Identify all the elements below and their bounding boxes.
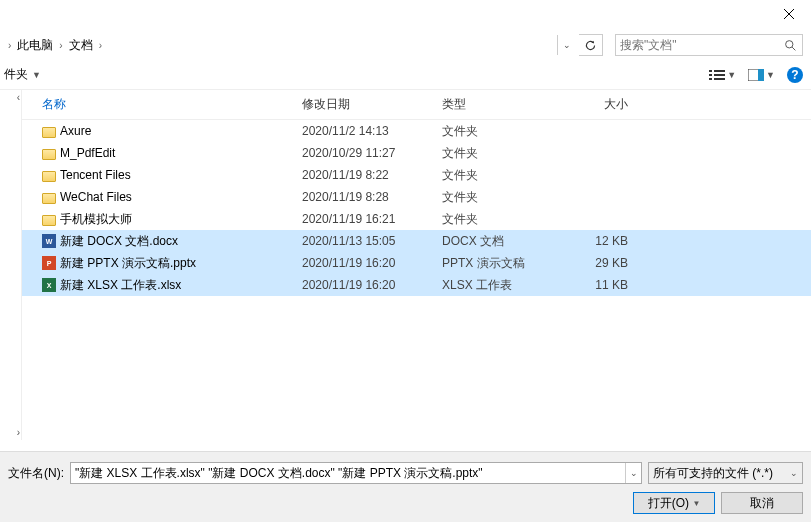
address-dropdown[interactable]: ⌄ xyxy=(557,35,575,55)
address-bar-row: › 此电脑 › 文档 › ⌄ xyxy=(0,30,811,60)
table-row[interactable]: Axure2020/11/2 14:13文件夹 xyxy=(22,120,811,142)
file-size: 29 KB xyxy=(572,256,632,270)
help-button[interactable]: ? xyxy=(787,67,803,83)
table-row[interactable]: WeChat Files2020/11/19 8:28文件夹 xyxy=(22,186,811,208)
preview-pane-button[interactable]: ▼ xyxy=(748,69,775,81)
table-row[interactable]: M_PdfEdit2020/10/29 11:27文件夹 xyxy=(22,142,811,164)
bottom-panel: 文件名(N): ⌄ 所有可支持的文件 (*.*) ⌄ 打开(O) ▼ 取消 xyxy=(0,451,811,522)
svg-rect-6 xyxy=(714,78,725,80)
nav-pane-stub: ‹ › xyxy=(0,90,22,440)
view-details-button[interactable]: ▼ xyxy=(709,69,736,81)
file-name: WeChat Files xyxy=(60,190,132,204)
file-type: XLSX 工作表 xyxy=(442,277,572,294)
header-name[interactable]: 名称 xyxy=(42,96,302,113)
preview-pane-icon xyxy=(748,69,764,81)
search-icon xyxy=(784,39,797,52)
file-type: DOCX 文档 xyxy=(442,233,572,250)
cancel-button[interactable]: 取消 xyxy=(721,492,803,514)
file-list: 名称 修改日期 类型 大小 Axure2020/11/2 14:13文件夹M_P… xyxy=(22,90,811,440)
table-row[interactable]: Tencent Files2020/11/19 8:22文件夹 xyxy=(22,164,811,186)
folder-icon xyxy=(42,190,56,204)
breadcrumb-docs[interactable]: 文档 xyxy=(67,37,95,54)
xlsx-icon: X xyxy=(42,278,56,292)
column-headers: 名称 修改日期 类型 大小 xyxy=(22,90,811,120)
header-date[interactable]: 修改日期 xyxy=(302,96,442,113)
folder-icon xyxy=(42,146,56,160)
nav-scroll-right[interactable]: › xyxy=(17,427,20,438)
refresh-button[interactable] xyxy=(579,34,603,56)
filter-label: 所有可支持的文件 (*.*) xyxy=(653,465,773,482)
refresh-icon xyxy=(584,39,597,52)
file-type: 文件夹 xyxy=(442,211,572,228)
svg-rect-3 xyxy=(709,74,712,76)
file-date: 2020/11/2 14:13 xyxy=(302,124,442,138)
title-bar xyxy=(0,0,811,30)
filename-dropdown[interactable]: ⌄ xyxy=(625,463,641,483)
new-folder-label[interactable]: 件夹 xyxy=(4,66,28,83)
table-row[interactable]: P新建 PPTX 演示文稿.pptx2020/11/19 16:20PPTX 演… xyxy=(22,252,811,274)
svg-rect-8 xyxy=(758,69,764,81)
table-row[interactable]: X新建 XLSX 工作表.xlsx2020/11/19 16:20XLSX 工作… xyxy=(22,274,811,296)
chevron-down-icon: ⌄ xyxy=(790,468,798,478)
file-type-filter[interactable]: 所有可支持的文件 (*.*) ⌄ xyxy=(648,462,803,484)
search-button[interactable] xyxy=(778,39,802,52)
file-type: 文件夹 xyxy=(442,189,572,206)
breadcrumb-pc[interactable]: 此电脑 xyxy=(15,37,55,54)
chevron-right-icon: › xyxy=(99,40,102,51)
file-date: 2020/11/19 16:21 xyxy=(302,212,442,226)
folder-icon xyxy=(42,124,56,138)
nav-scroll-left[interactable]: ‹ xyxy=(17,92,20,103)
filename-label: 文件名(N): xyxy=(8,465,64,482)
file-name: Tencent Files xyxy=(60,168,131,182)
file-name: 新建 PPTX 演示文稿.pptx xyxy=(60,255,196,272)
table-row[interactable]: 手机模拟大师2020/11/19 16:21文件夹 xyxy=(22,208,811,230)
file-date: 2020/11/19 16:20 xyxy=(302,256,442,270)
file-date: 2020/11/19 8:28 xyxy=(302,190,442,204)
open-button[interactable]: 打开(O) ▼ xyxy=(633,492,715,514)
svg-rect-2 xyxy=(714,70,725,72)
search-box[interactable] xyxy=(615,34,803,56)
file-type: 文件夹 xyxy=(442,123,572,140)
chevron-right-icon: › xyxy=(59,40,62,51)
file-name: M_PdfEdit xyxy=(60,146,115,160)
filename-input[interactable] xyxy=(71,466,625,480)
file-date: 2020/11/19 8:22 xyxy=(302,168,442,182)
chevron-right-icon: › xyxy=(8,40,11,51)
view-details-icon xyxy=(709,69,725,81)
header-type[interactable]: 类型 xyxy=(442,96,572,113)
folder-icon xyxy=(42,212,56,226)
content-area: ‹ › 名称 修改日期 类型 大小 Axure2020/11/2 14:13文件… xyxy=(0,90,811,440)
file-date: 2020/11/19 16:20 xyxy=(302,278,442,292)
pptx-icon: P xyxy=(42,256,56,270)
docx-icon: W xyxy=(42,234,56,248)
header-size[interactable]: 大小 xyxy=(572,96,632,113)
folder-icon xyxy=(42,168,56,182)
file-size: 11 KB xyxy=(572,278,632,292)
file-type: PPTX 演示文稿 xyxy=(442,255,572,272)
file-name: 新建 DOCX 文档.docx xyxy=(60,233,178,250)
close-button[interactable] xyxy=(766,0,811,28)
search-input[interactable] xyxy=(616,38,778,52)
file-name: 新建 XLSX 工作表.xlsx xyxy=(60,277,181,294)
svg-rect-4 xyxy=(714,74,725,76)
table-row[interactable]: W新建 DOCX 文档.docx2020/11/13 15:05DOCX 文档1… xyxy=(22,230,811,252)
svg-point-0 xyxy=(785,40,792,47)
chevron-down-icon: ▼ xyxy=(32,70,41,80)
file-name: Axure xyxy=(60,124,91,138)
file-name: 手机模拟大师 xyxy=(60,211,132,228)
svg-rect-1 xyxy=(709,70,712,72)
file-size: 12 KB xyxy=(572,234,632,248)
file-date: 2020/10/29 11:27 xyxy=(302,146,442,160)
toolbar: 件夹 ▼ ▼ ▼ ? xyxy=(0,60,811,90)
file-type: 文件夹 xyxy=(442,167,572,184)
file-date: 2020/11/13 15:05 xyxy=(302,234,442,248)
file-type: 文件夹 xyxy=(442,145,572,162)
close-icon xyxy=(783,8,795,20)
svg-rect-5 xyxy=(709,78,712,80)
